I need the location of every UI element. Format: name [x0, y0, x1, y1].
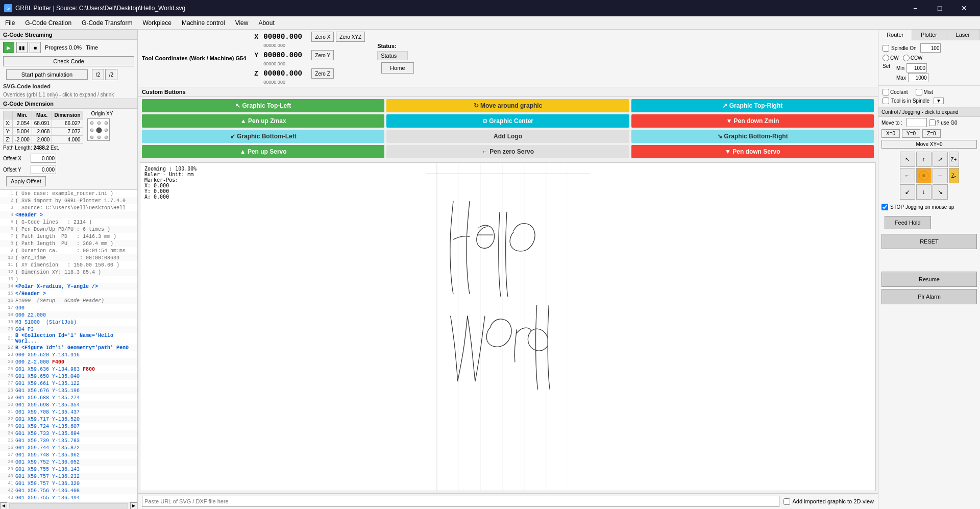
graphic-top-left-button[interactable]: ↖ Graphic Top-Left	[142, 99, 384, 112]
add-to-2d-view-checkbox-label[interactable]: Add imported graphic to 2D-view	[783, 498, 874, 505]
minimize-button[interactable]: −	[903, 0, 927, 16]
menu-about[interactable]: About	[253, 17, 279, 29]
jog-center-button[interactable]	[916, 168, 932, 183]
z0-button[interactable]: Z=0	[922, 129, 941, 138]
sim-fwd-button[interactable]: /2	[105, 69, 117, 80]
resume-button[interactable]: Resume	[881, 272, 977, 287]
y0-button[interactable]: Y=0	[902, 129, 920, 138]
offset-y-input[interactable]	[31, 165, 56, 174]
check-code-button[interactable]: Check Code	[3, 56, 134, 66]
zero-x-button[interactable]: Zero X	[311, 32, 334, 42]
svg-canvas	[140, 163, 875, 491]
mist-checkbox[interactable]	[916, 89, 922, 95]
origin-selector[interactable]	[87, 118, 110, 141]
jog-nw-button[interactable]: ↖	[900, 152, 915, 167]
pen-up-zmax-button[interactable]: ▲ Pen up Zmax	[142, 114, 384, 128]
tab-laser[interactable]: Laser	[946, 30, 980, 40]
apply-offset-button[interactable]: Apply Offset	[6, 176, 46, 186]
graphic-bottom-left-button[interactable]: ↙ Graphic Bottom-Left	[142, 130, 384, 143]
est-label: Est.	[51, 145, 59, 151]
pen-down-zmin-button[interactable]: ▼ Pen down Zmin	[631, 114, 874, 128]
zero-y-button[interactable]: Zero Y	[311, 50, 334, 60]
jog-e-button[interactable]: →	[933, 168, 948, 183]
menu-gcode-transform[interactable]: G-Code Transform	[77, 17, 137, 29]
gcode-scrollbar[interactable]: ◀ ▶	[0, 502, 137, 509]
pause-button[interactable]: ▮▮	[16, 42, 28, 53]
mist-label: Mist	[923, 89, 933, 95]
move-to-input[interactable]	[906, 118, 927, 127]
move-xy0-button[interactable]: Move XY=0	[881, 140, 977, 149]
move-around-graphic-button[interactable]: ↻ Move around graphic	[386, 99, 629, 112]
home-button[interactable]: Home	[381, 62, 413, 74]
tab-plotter[interactable]: Plotter	[912, 30, 946, 40]
min-label: Min	[896, 65, 904, 71]
zero-z-button[interactable]: Zero Z	[311, 68, 333, 79]
gcode-line: 7( Path length PD : 1416.3 mm )	[0, 233, 137, 240]
maximize-button[interactable]: □	[928, 0, 951, 16]
use-g0-checkbox[interactable]	[929, 119, 936, 126]
scroll-track[interactable]	[9, 503, 128, 508]
play-button[interactable]: ▶	[3, 42, 14, 53]
menu-workpiece[interactable]: Workpiece	[137, 17, 176, 29]
spindle-on-checkbox[interactable]	[883, 45, 889, 52]
menu-view[interactable]: View	[230, 17, 254, 29]
time-label: Time	[86, 44, 98, 51]
svg-point-3	[90, 129, 93, 132]
gcode-line: 27G01 X59.661 Y-135.122	[0, 380, 137, 387]
close-button[interactable]: ✕	[952, 0, 976, 16]
x-coord-value: 00000.000	[263, 33, 309, 41]
feed-hold-button[interactable]: Feed Hold	[885, 216, 931, 229]
svg-url-input[interactable]	[142, 496, 779, 507]
zero-xyz-button[interactable]: Zero XYZ	[336, 32, 365, 42]
overrides-text[interactable]: Overrides (grbl 1.1 only) - click to exp…	[0, 91, 137, 99]
x-axis-label: X	[254, 33, 261, 40]
menu-machine-control[interactable]: Machine control	[177, 17, 230, 29]
ctrl-jogging-header[interactable]: Control / Jogging - click to expand	[878, 108, 980, 117]
graphic-bottom-right-button[interactable]: ↘ Graphic Bottom-Right	[631, 130, 874, 143]
cw-label: CW	[890, 55, 899, 61]
gcode-line: 33G01 X59.724 Y-135.607	[0, 423, 137, 430]
tool-in-spindle-checkbox[interactable]	[883, 98, 889, 104]
jog-sw-button[interactable]: ↙	[900, 184, 915, 200]
graphic-top-right-button[interactable]: ↗ Graphic Top-Right	[631, 99, 874, 112]
gcode-line: 37G01 X59.748 Y-135.962	[0, 451, 137, 458]
pen-down-servo-button[interactable]: ▼ Pen down Servo	[631, 145, 874, 158]
menu-gcode-creation[interactable]: G-Code Creation	[20, 17, 77, 29]
stop-jogging-checkbox[interactable]	[881, 204, 888, 210]
reset-button[interactable]: RESET	[881, 234, 977, 249]
tool-in-spindle-dropdown[interactable]: ▼	[934, 98, 944, 104]
stop-button[interactable]: ■	[30, 42, 41, 53]
add-to-2d-view-checkbox[interactable]	[783, 498, 790, 505]
start-sim-button[interactable]: Start path simulation	[6, 69, 88, 80]
pen-up-servo-button[interactable]: ▲ Pen up Servo	[142, 145, 384, 158]
cw-radio[interactable]	[883, 55, 889, 61]
jog-ne-button[interactable]: ↗	[933, 152, 948, 167]
jog-s-button[interactable]: ↓	[916, 184, 932, 200]
coolant-checkbox[interactable]	[883, 89, 889, 95]
pen-zero-servo-button[interactable]: ← Pen zero Servo	[386, 145, 629, 158]
x0-button[interactable]: X=0	[881, 129, 900, 138]
canvas-area[interactable]: Zooming : 100.00% Ruler - Unit: mm Marke…	[140, 162, 876, 491]
max-input[interactable]	[908, 73, 928, 82]
scroll-left-arrow[interactable]: ◀	[0, 502, 7, 510]
jog-z-up-button[interactable]: Z+	[949, 152, 959, 167]
gcode-line: 41G01 X59.757 Y-136.320	[0, 480, 137, 487]
add-logo-button[interactable]: Add Logo	[386, 130, 629, 143]
tab-router[interactable]: Router	[878, 30, 912, 40]
jog-w-button[interactable]: ←	[900, 168, 915, 183]
jog-z-down-button[interactable]: Z-	[949, 168, 959, 183]
scroll-right-arrow[interactable]: ▶	[130, 502, 137, 510]
jog-n-button[interactable]: ↑	[916, 152, 932, 167]
ruler-unit-label: Ruler - Unit: mm	[144, 172, 197, 177]
graphic-center-button[interactable]: ⊙ Graphic Center	[386, 114, 629, 128]
min-input[interactable]	[906, 63, 927, 72]
svg-point-8	[105, 136, 108, 139]
ccw-radio[interactable]	[903, 55, 910, 61]
plr-alarm-button[interactable]: Plr Alarm	[881, 289, 977, 304]
offset-x-input[interactable]	[31, 154, 56, 163]
sim-back-button[interactable]: /2	[92, 69, 104, 80]
menu-file[interactable]: File	[0, 17, 20, 29]
jog-se-button[interactable]: ↘	[933, 184, 948, 200]
gcode-line: 8( Path length PU : 360.4 mm )	[0, 240, 137, 247]
spindle-value-input[interactable]	[920, 43, 941, 53]
